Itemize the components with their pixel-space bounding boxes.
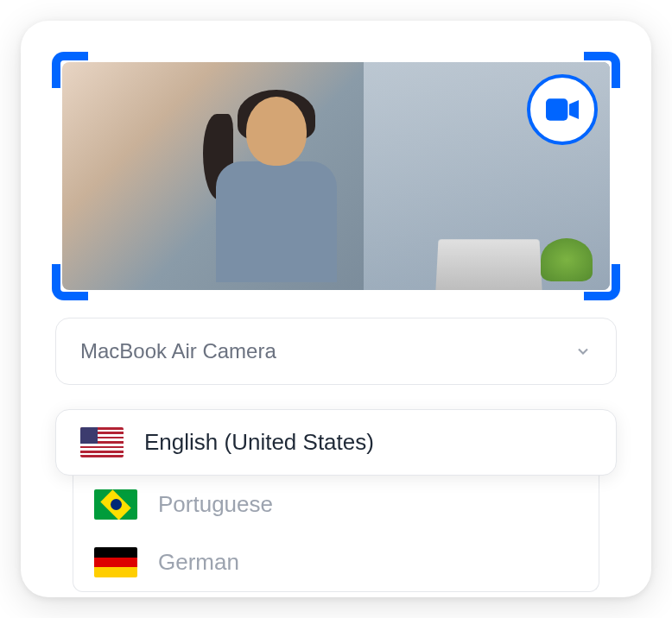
language-option[interactable]: German [73,533,599,591]
language-label: English (United States) [144,429,374,456]
language-option-selected[interactable]: English (United States) [55,409,617,476]
flag-de-icon [94,547,137,577]
record-button[interactable] [527,74,598,145]
flag-us-icon [80,427,124,457]
flag-br-icon [94,489,137,520]
camera-select-label: MacBook Air Camera [80,339,276,363]
chevron-down-icon [574,343,592,360]
language-label: German [158,549,239,576]
video-camera-icon [546,98,579,122]
settings-card: MacBook Air Camera English (United State… [21,21,651,597]
language-select: English (United States) Portuguese Germa… [55,409,617,592]
camera-select-dropdown[interactable]: MacBook Air Camera [55,318,617,385]
svg-rect-0 [546,98,567,120]
language-options-list: Portuguese German [73,469,599,592]
camera-preview [62,62,610,290]
video-preview-frame [55,55,617,297]
language-label: Portuguese [158,491,273,518]
language-option[interactable]: Portuguese [73,476,599,533]
